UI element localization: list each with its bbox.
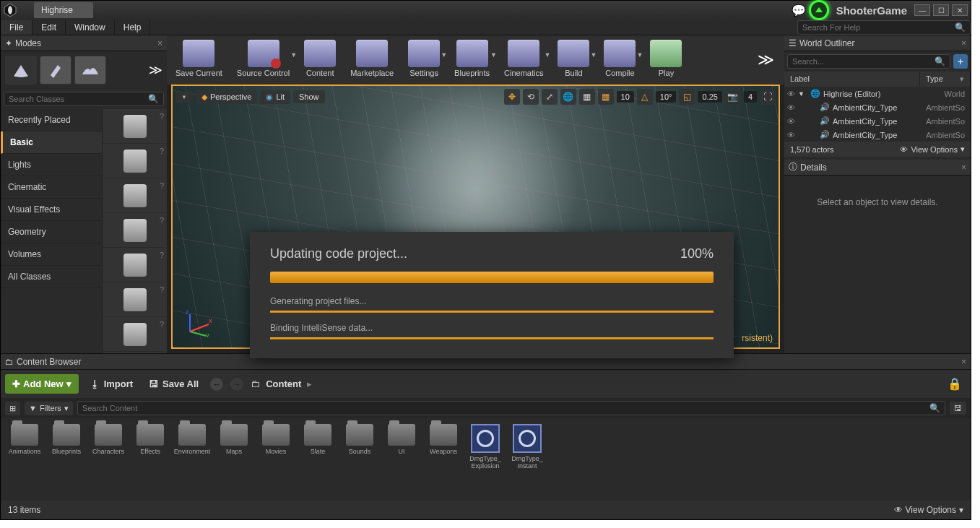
place-category[interactable]: Cinematic <box>1 176 102 199</box>
outliner-search-input[interactable]: 🔍 <box>787 54 950 69</box>
outliner-row[interactable]: 👁🔊AmbientCity_TypeAmbientSo <box>784 114 971 128</box>
toolbar-cinematics[interactable]: Cinematics▼ <box>501 38 546 79</box>
close-icon[interactable]: × <box>157 38 162 48</box>
transform-translate-icon[interactable]: ✥ <box>504 89 520 105</box>
angle-snap-value[interactable]: 10° <box>656 91 677 103</box>
menu-edit[interactable]: Edit <box>32 20 66 35</box>
toolbar-play[interactable]: Play <box>647 38 685 79</box>
place-category[interactable]: Volumes <box>1 243 102 266</box>
toolbar-settings[interactable]: Settings▼ <box>405 38 443 79</box>
coord-space-icon[interactable]: 🌐 <box>560 89 576 105</box>
toolbar-content[interactable]: Content <box>301 38 339 79</box>
toolbar-marketplace[interactable]: Marketplace <box>347 38 396 79</box>
mode-place[interactable] <box>5 56 37 85</box>
visibility-icon[interactable]: 👁 <box>787 117 795 126</box>
close-button[interactable]: ✕ <box>952 4 968 16</box>
visibility-icon[interactable]: 👁 <box>787 103 795 112</box>
mode-paint[interactable] <box>40 56 71 85</box>
viewport-menu[interactable]: ▼ <box>175 92 193 103</box>
outliner-header[interactable]: Label Type▾ <box>784 72 971 87</box>
nav-back-button[interactable]: ← <box>210 378 223 391</box>
viewport-show[interactable]: Show <box>293 90 325 103</box>
content-folder[interactable]: Slate <box>300 424 336 463</box>
visibility-icon[interactable]: 👁 <box>787 90 795 98</box>
view-options-button[interactable]: 👁View Options▾ <box>894 505 963 515</box>
viewport-lit[interactable]: ◉Lit <box>260 90 290 104</box>
outliner-row[interactable]: 👁🔊AmbientCity_TypeAmbientSo <box>784 100 971 114</box>
place-item[interactable]: ? <box>103 213 167 248</box>
toolbar-save[interactable]: Save Current <box>173 38 225 79</box>
menu-help[interactable]: Help <box>115 20 151 35</box>
transform-rotate-icon[interactable]: ⟲ <box>523 89 539 105</box>
surface-snap-icon[interactable]: ▦ <box>579 89 595 105</box>
camera-speed-value[interactable]: 4 <box>744 91 757 103</box>
content-asset[interactable]: DmgType_​Instant <box>509 424 545 470</box>
place-category[interactable]: Visual Effects <box>1 199 102 221</box>
details-tab[interactable]: ⓘ Details × <box>784 160 971 176</box>
import-button[interactable]: ⭳Import <box>86 376 137 392</box>
save-search-icon[interactable]: 🖫 <box>950 402 966 415</box>
toolbar-overflow[interactable]: ≫ <box>758 51 779 69</box>
maximize-button[interactable]: ☐ <box>933 4 949 16</box>
outliner-row[interactable]: 👁🔊AmbientCity_TypeAmbientSo <box>784 128 971 142</box>
content-search-input[interactable]: 🔍 <box>77 401 945 415</box>
close-icon[interactable]: × <box>961 357 966 367</box>
place-item[interactable]: ? <box>103 282 167 317</box>
content-folder[interactable]: Sounds <box>342 424 378 463</box>
source-control-status-icon[interactable] <box>809 0 829 20</box>
menu-file[interactable]: File <box>1 20 32 35</box>
content-folder[interactable]: Animations <box>6 424 43 463</box>
view-options-button[interactable]: 👁View Options▾ <box>900 144 965 154</box>
search-help-input[interactable]: 🔍 <box>797 20 971 35</box>
nav-forward-button[interactable]: → <box>230 378 243 391</box>
mode-landscape[interactable] <box>74 56 106 85</box>
level-tab[interactable]: Highrise <box>34 2 93 18</box>
camera-speed-icon[interactable]: 📷 <box>725 89 741 105</box>
chat-icon[interactable]: 💬 <box>792 4 806 17</box>
toolbar-blueprints[interactable]: Blueprints▼ <box>451 38 493 79</box>
grid-snap-icon[interactable]: ▦ <box>598 89 614 105</box>
angle-snap-icon[interactable]: △ <box>637 89 653 105</box>
content-folder[interactable]: Maps <box>216 424 252 463</box>
outliner-add-button[interactable]: + <box>953 54 968 69</box>
outliner-row[interactable]: 👁▼🌐Highrise (Editor)World <box>784 87 971 100</box>
modes-panel-tab[interactable]: ✦ Modes × <box>1 35 167 51</box>
modes-overflow[interactable]: ≫ <box>149 62 162 78</box>
lock-icon[interactable]: 🔒 <box>948 377 966 391</box>
content-folder[interactable]: Effects <box>132 424 168 463</box>
add-new-button[interactable]: ✚ Add New ▾ <box>5 374 79 394</box>
path-breadcrumb[interactable]: 🗀 Content ▸ <box>251 378 312 389</box>
grid-snap-value[interactable]: 10 <box>617 91 634 103</box>
close-icon[interactable]: × <box>961 163 966 173</box>
place-category[interactable]: Recently Placed <box>1 109 102 131</box>
content-folder[interactable]: Blueprints <box>48 424 84 463</box>
content-folder[interactable]: Weapons <box>425 424 461 463</box>
maximize-viewport-icon[interactable]: ⛶ <box>760 89 776 105</box>
search-classes-input[interactable]: 🔍 <box>4 92 164 106</box>
sources-toggle[interactable]: ⊞ <box>5 402 20 415</box>
place-item[interactable]: ? <box>103 317 167 352</box>
world-outliner-tab[interactable]: ☰ World Outliner × <box>784 35 971 51</box>
place-item[interactable]: ? <box>103 144 167 178</box>
toolbar-source-control[interactable]: Source Control▼ <box>234 38 292 79</box>
place-item[interactable]: ? <box>103 178 167 213</box>
place-item[interactable]: ? <box>103 109 167 144</box>
content-asset[interactable]: DmgType_​Explosion <box>467 424 503 470</box>
save-all-button[interactable]: 🖫Save All <box>144 376 203 392</box>
content-folder[interactable]: Environment <box>174 424 210 463</box>
place-category[interactable]: Lights <box>1 154 102 176</box>
transform-scale-icon[interactable]: ⤢ <box>542 89 558 105</box>
toolbar-build[interactable]: Build▼ <box>555 38 592 79</box>
place-item[interactable]: ? <box>103 248 167 282</box>
scale-snap-value[interactable]: 0.25 <box>698 91 721 103</box>
filters-button[interactable]: ▼ Filters ▾ <box>25 402 73 415</box>
place-category[interactable]: Basic <box>1 131 102 154</box>
scale-snap-icon[interactable]: ◱ <box>679 89 695 105</box>
viewport-perspective[interactable]: ◆Perspective <box>196 90 257 104</box>
content-folder[interactable]: Movies <box>258 424 294 463</box>
place-category[interactable]: All Classes <box>1 266 102 288</box>
toolbar-compile[interactable]: Compile▼ <box>601 38 638 79</box>
close-icon[interactable]: × <box>961 38 966 48</box>
menu-window[interactable]: Window <box>66 20 115 35</box>
minimize-button[interactable]: — <box>914 4 930 16</box>
